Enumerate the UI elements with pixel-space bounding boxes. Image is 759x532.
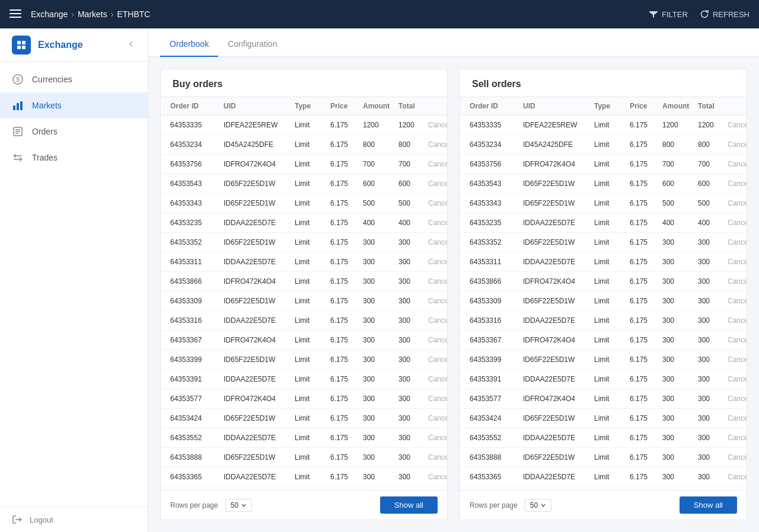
cancel-button[interactable]: Cancel	[728, 414, 747, 422]
cancel-button[interactable]: Cancel	[428, 258, 447, 266]
order-id: 64353866	[170, 277, 224, 286]
type: Limit	[594, 316, 630, 325]
uid: ID65F22E5D1W	[523, 453, 594, 462]
table-row: 64353365 IDDAA22E5D7E Limit 6.175 300 30…	[161, 467, 447, 487]
logout-button[interactable]: Logout	[0, 507, 148, 532]
sell-rows-per-page-select[interactable]: 50	[525, 499, 551, 512]
cancel-button[interactable]: Cancel	[728, 336, 747, 344]
cancel-button[interactable]: Cancel	[428, 180, 447, 188]
total: 300	[698, 277, 728, 286]
order-id: 64353866	[470, 277, 523, 286]
buy-show-all-button[interactable]: Show all	[380, 496, 438, 514]
cancel-button[interactable]: Cancel	[728, 121, 747, 129]
cancel-button[interactable]: Cancel	[728, 140, 747, 149]
breadcrumb-pair: ETHBTC	[117, 9, 150, 19]
refresh-button[interactable]: REFRESH	[700, 9, 750, 19]
hamburger-icon[interactable]	[9, 8, 21, 21]
cancel-button[interactable]: Cancel	[728, 277, 747, 286]
cancel-button[interactable]: Cancel	[728, 355, 747, 364]
price: 6.175	[630, 395, 662, 403]
buy-rows-per-page-label: Rows per page	[170, 501, 218, 509]
cancel-button[interactable]: Cancel	[428, 297, 447, 305]
sell-show-all-button[interactable]: Show all	[680, 496, 737, 514]
uid: IDFRO472K4O4	[224, 160, 295, 168]
type: Limit	[594, 180, 630, 188]
cancel-button[interactable]: Cancel	[728, 180, 747, 188]
breadcrumb-exchange[interactable]: Exchange	[31, 9, 68, 19]
sidebar-item-orders-label: Orders	[32, 127, 58, 136]
cancel-button[interactable]: Cancel	[728, 199, 747, 207]
cancel-button[interactable]: Cancel	[428, 121, 447, 129]
uid: IDFRO472K4O4	[523, 395, 594, 403]
sidebar-item-currencies[interactable]: $ Currencies	[0, 66, 148, 92]
total: 700	[398, 160, 428, 168]
main-content: Orderbook Configuration Buy orders Order…	[148, 28, 759, 532]
cancel-action: Cancel ×	[428, 296, 447, 306]
type: Limit	[594, 336, 630, 344]
sidebar-item-markets[interactable]: Markets	[0, 92, 148, 118]
cancel-button[interactable]: Cancel	[428, 219, 447, 227]
type: Limit	[295, 199, 330, 207]
amount: 800	[363, 140, 398, 149]
amount: 300	[363, 375, 398, 383]
cancel-button[interactable]: Cancel	[428, 199, 447, 207]
total: 300	[398, 297, 428, 305]
cancel-button[interactable]: Cancel	[728, 219, 747, 227]
sidebar-item-orders[interactable]: Orders	[0, 118, 148, 145]
tab-orderbook[interactable]: Orderbook	[160, 32, 218, 57]
tab-configuration[interactable]: Configuration	[218, 32, 286, 57]
price: 6.175	[330, 473, 363, 481]
sidebar-nav: $ Currencies Markets Orders	[0, 62, 148, 507]
cancel-button[interactable]: Cancel	[428, 453, 447, 462]
amount: 300	[363, 316, 398, 325]
cancel-button[interactable]: Cancel	[728, 160, 747, 168]
cancel-button[interactable]: Cancel	[428, 160, 447, 168]
price: 6.175	[330, 199, 363, 207]
cancel-button[interactable]: Cancel	[728, 297, 747, 305]
order-id: 64353234	[470, 140, 523, 149]
uid: ID45A2425DFE	[523, 140, 594, 149]
total: 300	[698, 473, 728, 481]
svg-rect-5	[17, 46, 21, 49]
cancel-button[interactable]: Cancel	[728, 238, 747, 246]
total: 1200	[698, 121, 728, 129]
sidebar-collapse-button[interactable]	[126, 39, 136, 50]
type: Limit	[594, 238, 630, 246]
price: 6.175	[630, 414, 662, 422]
sidebar-item-trades[interactable]: Trades	[0, 145, 148, 171]
order-id: 64353756	[470, 160, 523, 168]
buy-rows-per-page-select[interactable]: 50	[225, 499, 252, 512]
cancel-action: Cancel ×	[728, 374, 747, 384]
cancel-action: Cancel ×	[728, 178, 747, 189]
uid: IDDAA22E5D7E	[224, 375, 295, 383]
cancel-button[interactable]: Cancel	[728, 258, 747, 266]
cancel-button[interactable]: Cancel	[728, 316, 747, 325]
cancel-button[interactable]: Cancel	[728, 434, 747, 442]
cancel-button[interactable]: Cancel	[428, 414, 447, 422]
cancel-button[interactable]: Cancel	[728, 395, 747, 403]
amount: 400	[363, 219, 398, 227]
cancel-button[interactable]: Cancel	[728, 453, 747, 462]
total: 300	[698, 375, 728, 383]
cancel-button[interactable]: Cancel	[428, 140, 447, 149]
cancel-button[interactable]: Cancel	[428, 355, 447, 364]
cancel-button[interactable]: Cancel	[428, 316, 447, 325]
cancel-button[interactable]: Cancel	[428, 336, 447, 344]
cancel-button[interactable]: Cancel	[728, 375, 747, 383]
amount: 700	[363, 160, 398, 168]
breadcrumb-markets[interactable]: Markets	[78, 9, 107, 19]
total: 300	[398, 395, 428, 403]
top-navigation: Exchange › Markets › ETHBTC FILTER REFRE…	[0, 0, 759, 28]
cancel-button[interactable]: Cancel	[428, 238, 447, 246]
cancel-button[interactable]: Cancel	[428, 473, 447, 481]
cancel-button[interactable]: Cancel	[428, 434, 447, 442]
cancel-button[interactable]: Cancel	[428, 395, 447, 403]
tabs-bar: Orderbook Configuration	[148, 28, 759, 57]
order-id: 64353552	[470, 434, 523, 442]
cancel-button[interactable]: Cancel	[428, 375, 447, 383]
cancel-button[interactable]: Cancel	[728, 473, 747, 481]
table-row: 64353756 IDFRO472K4O4 Limit 6.175 700 70…	[460, 155, 747, 174]
cancel-button[interactable]: Cancel	[428, 277, 447, 286]
filter-button[interactable]: FILTER	[649, 9, 688, 19]
dollar-icon: $	[12, 73, 24, 85]
